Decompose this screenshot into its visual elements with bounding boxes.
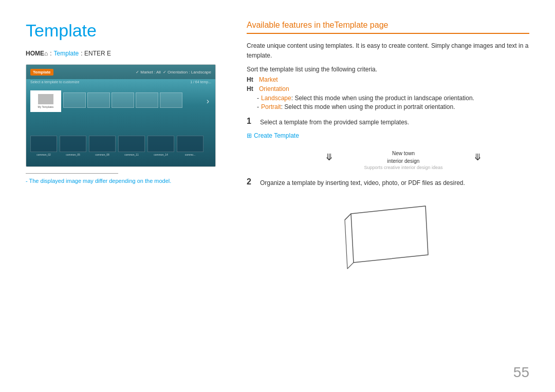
thumb-sm-5 (160, 92, 182, 108)
left-arrow-icon: ⤋ (325, 152, 333, 163)
small-thumbs (63, 92, 182, 108)
preview-arrow-right[interactable]: › (207, 97, 209, 106)
breadcrumb-current: Template (54, 50, 79, 57)
breadcrumb-separator: : (50, 50, 51, 57)
bottom-lbl-3: common_08 (95, 153, 109, 156)
preview-subtitle: Select a template to customize (30, 80, 79, 84)
feature-label-market: Market (259, 76, 278, 83)
thumb-sm-1 (63, 92, 86, 108)
breadcrumb-home: HOME⌂ (26, 50, 48, 57)
preview-count: 1 / 64 temp... (190, 80, 211, 84)
feature-item-orientation: Ht Orientation (247, 85, 529, 92)
sub-list: - Landscape: Select this mode when using… (257, 95, 529, 110)
breadcrumb: HOME⌂ : Template : ENTER E (26, 50, 226, 57)
thumb-sm-2 (87, 92, 110, 108)
feature-ht-market: Ht (247, 76, 256, 83)
section-title-end: page (367, 21, 388, 29)
preview-bottom-row: common_02 common_05 common_08 common_11 … (30, 136, 211, 156)
preview-thumbnails-row: My Templates › (30, 90, 211, 112)
bottom-lbl-4: common_11 (124, 153, 139, 156)
create-template-link[interactable]: Create Template (247, 132, 529, 139)
sub-dash-1: - (257, 95, 259, 102)
bottom-img-4 (118, 136, 145, 152)
section-title-orange: Template (334, 21, 367, 29)
sort-text: Sort the template list using the followi… (247, 66, 529, 73)
portrait-link: Portrait (261, 103, 281, 110)
my-templates-group: My Templates (30, 90, 61, 112)
template-card-line2: interior design (387, 157, 420, 165)
bottom-img-2 (60, 136, 86, 152)
bottom-img-3 (89, 136, 116, 152)
template-card-subtext: Supports creative interior design ideas (364, 165, 442, 170)
sub-item-portrait: - Portrait: Select this mode when using … (257, 103, 529, 110)
right-arrow-icon: ⤋ (474, 152, 482, 163)
step-2-number: 2 (247, 177, 255, 186)
bottom-thumb-1: common_02 (30, 136, 57, 156)
landscape-link: Landscape (261, 95, 291, 102)
step-1-text: Select a template from the provided samp… (260, 117, 409, 127)
thumb-inner (38, 94, 53, 104)
feature-ht-orientation: Ht (247, 85, 256, 92)
right-column: Available features in theTemplate page C… (242, 21, 529, 371)
bottom-thumb-6: commo... (177, 136, 203, 156)
thumb-sm-3 (112, 92, 134, 108)
template-card-preview: New town interior design Supports creati… (364, 150, 442, 170)
step-1-row: 1 Select a template from the provided sa… (247, 117, 529, 127)
sketch-svg (341, 198, 436, 270)
create-template-label: Create Template (254, 132, 299, 139)
bottom-img-5 (147, 136, 174, 152)
bottom-lbl-1: common_02 (36, 153, 51, 156)
page-number: 55 (513, 364, 529, 381)
breadcrumb-rest: : ENTER E (81, 50, 111, 57)
left-column: Template HOME⌂ : Template : ENTER E Temp… (26, 21, 242, 371)
bottom-lbl-5: common_14 (154, 153, 168, 156)
sub-dash-2: - (257, 103, 259, 110)
preview-topbar: Template ✓ Market : All ✓ Orientation : … (26, 65, 215, 79)
sub-item-landscape: - Landscape: Select this mode when using… (257, 95, 529, 102)
feature-label-orientation: Orientation (259, 85, 289, 92)
bottom-thumb-4: common_11 (118, 136, 145, 156)
feature-list: Ht Market Ht Orientation (247, 76, 529, 92)
screenshot-preview: Template ✓ Market : All ✓ Orientation : … (26, 64, 216, 167)
bottom-thumb-2: common_05 (60, 136, 86, 156)
market-filter: ✓ Market : All (136, 70, 161, 74)
step-1-number: 1 (247, 117, 255, 126)
sub-item-portrait-text: Portrait: Select this mode when using th… (261, 103, 455, 110)
divider (26, 173, 118, 174)
section-title-main: Available features in the (247, 21, 334, 29)
step-2-row: 2 Organize a template by inserting text,… (247, 177, 529, 188)
preview-logo: Template (30, 69, 53, 76)
my-templates-label: My Templates (38, 105, 54, 108)
step-2-text: Organize a template by inserting text, v… (260, 177, 465, 188)
disclaimer: - The displayed image may differ dependi… (26, 178, 226, 184)
orientation-filter: ✓ Orientation : Landscape (163, 70, 211, 74)
page-title: Template (26, 21, 226, 41)
sketch-frame (341, 198, 436, 270)
sub-item-landscape-text: Landscape: Select this mode when using t… (261, 95, 474, 102)
bottom-lbl-6: commo... (185, 153, 196, 156)
bottom-img-1 (30, 136, 57, 152)
intro-text: Create unique content using templates. I… (247, 41, 529, 61)
section-title: Available features in theTemplate page (247, 21, 529, 34)
sketch-container (247, 198, 529, 270)
thumb-sm-4 (136, 92, 158, 108)
template-card-line1: New town (392, 150, 415, 157)
my-templates-thumb: My Templates (30, 90, 61, 112)
bottom-img-6 (177, 136, 203, 152)
feature-item-market: Ht Market (247, 76, 529, 83)
bottom-thumb-5: common_14 (147, 136, 174, 156)
bottom-lbl-2: common_05 (66, 153, 80, 156)
preview-controls: ✓ Market : All ✓ Orientation : Landscape (136, 70, 211, 74)
template-preview-area: ⤋ New town interior design Supports crea… (278, 144, 529, 170)
bottom-thumb-3: common_08 (89, 136, 116, 156)
